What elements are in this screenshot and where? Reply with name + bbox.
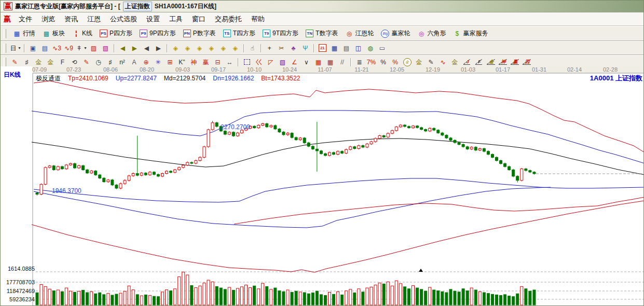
draw-tool-angle-gold[interactable]: 金: [485, 57, 497, 67]
draw-tool-select-box[interactable]: [241, 57, 253, 67]
period-day-dropdown-icon[interactable]: ▼: [18, 46, 21, 50]
tool-drag-hand[interactable]: ☝: [246, 43, 258, 53]
draw-tool-angle-a[interactable]: A: [128, 57, 140, 67]
draw-tool-grid-lines[interactable]: ♯: [21, 57, 33, 67]
tool-crosshair[interactable]: +: [264, 43, 276, 53]
tool-calendar[interactable]: 21: [317, 43, 328, 53]
price-volume-chart[interactable]: 07-0907-2308-0608-2009-0309-1710-1010-24…: [1, 66, 644, 306]
menu-item-9[interactable]: 帮助: [246, 13, 269, 25]
tool-print[interactable]: ▭: [376, 43, 388, 53]
toolbar-handle[interactable]: [4, 58, 6, 67]
tool-diamond-left[interactable]: ◈: [170, 43, 182, 53]
tool-window-layout[interactable]: ▣: [27, 43, 39, 53]
draw-tool-gold-circle[interactable]: 金: [401, 57, 413, 67]
tool-measure[interactable]: ✂: [276, 43, 287, 53]
draw-tool-grid-lines-2[interactable]: ♯: [104, 57, 116, 67]
tool-diamond-right[interactable]: ◈: [182, 43, 194, 53]
tool-diamond-shrink-h[interactable]: ◈: [205, 43, 217, 53]
tool-gann-tree[interactable]: ♣: [287, 43, 299, 53]
draw-tool-percent-7[interactable]: 7%: [365, 57, 377, 67]
tool-calculator[interactable]: ▦: [328, 43, 340, 53]
tool-wave-9[interactable]: ∿9: [63, 43, 75, 53]
toolbar-button-t-table[interactable]: TNT数字表: [303, 28, 341, 39]
draw-tool-k-quote[interactable]: K": [176, 57, 188, 67]
menu-item-2[interactable]: 资讯: [60, 13, 83, 25]
toolbar-handle[interactable]: [4, 29, 6, 38]
draw-tool-percent[interactable]: %: [377, 57, 389, 67]
draw-tool-gold-levels[interactable]: 金: [413, 57, 425, 67]
tool-chart-red[interactable]: ▨: [88, 43, 100, 53]
menu-item-1[interactable]: 浏览: [37, 13, 60, 25]
draw-tool-scale-ruler[interactable]: ≣: [353, 57, 365, 67]
draw-tool-gann-compass[interactable]: ⊕: [140, 57, 152, 67]
menu-item-4[interactable]: 公式选股: [105, 13, 142, 25]
toolbar-button-gann-wheel[interactable]: ◎江恩轮: [342, 28, 377, 39]
draw-tool-angle-f[interactable]: F: [473, 57, 485, 67]
draw-tool-pen-black[interactable]: ✎: [425, 57, 437, 67]
draw-tool-gold-pen-1[interactable]: 金: [33, 57, 45, 67]
draw-tool-gann-grid[interactable]: ⊞: [164, 57, 176, 67]
draw-tool-width-measure[interactable]: ↔: [224, 57, 236, 67]
tool-diamond-shrink-v[interactable]: ◈: [217, 43, 229, 53]
tool-diamond-expand-h[interactable]: ◈: [194, 43, 205, 53]
toolbar-button-winner-wheel[interactable]: Big赢家轮: [378, 28, 413, 39]
draw-tool-spiral[interactable]: ⟲: [68, 57, 80, 67]
toolbar-button-t-square[interactable]: TST四方形: [220, 28, 258, 39]
tool-diamond-expand-v[interactable]: ◈: [229, 43, 241, 53]
draw-tool-grid-shade[interactable]: ▧: [277, 57, 289, 67]
draw-tool-star-tool[interactable]: ✳: [152, 57, 164, 67]
draw-tool-angle-si[interactable]: 四: [520, 57, 532, 67]
draw-tool-ying-tool[interactable]: 赢: [200, 57, 212, 67]
tool-network[interactable]: ◍: [364, 43, 376, 53]
toolbar-button-quotes[interactable]: ▦行情: [10, 28, 38, 39]
draw-tool-gold-under[interactable]: 金: [449, 57, 461, 67]
tool-nav-next[interactable]: ▶: [153, 43, 165, 53]
draw-tool-wave-v[interactable]: ∨: [300, 57, 312, 67]
tool-web-tool[interactable]: Ψ: [299, 43, 311, 53]
draw-tool-parallel-lines[interactable]: //: [336, 57, 348, 67]
tool-cycle-tool[interactable]: ǂ▼: [75, 43, 88, 53]
draw-tool-angle-line[interactable]: ∠: [289, 57, 300, 67]
tool-period-day[interactable]: 日▼: [9, 43, 22, 53]
tool-chart-color[interactable]: ▧: [100, 43, 112, 53]
menu-item-5[interactable]: 设置: [142, 13, 165, 25]
tool-nav-prev[interactable]: ◀: [141, 43, 153, 53]
draw-tool-angle-j[interactable]: J: [461, 57, 473, 67]
tool-notes[interactable]: ▤: [340, 43, 352, 53]
tool-wave-3[interactable]: ∿3: [51, 43, 63, 53]
draw-tool-pen-red-2[interactable]: ✎: [80, 57, 92, 67]
draw-tool-n-square[interactable]: n²: [116, 57, 128, 67]
draw-tool-fan-red[interactable]: 巜: [253, 57, 265, 67]
menu-item-7[interactable]: 窗口: [187, 13, 210, 25]
menu-item-3[interactable]: 江恩: [83, 13, 105, 25]
draw-tool-angle-shen[interactable]: 神: [497, 57, 509, 67]
draw-tool-angle-ying[interactable]: 赢: [509, 57, 520, 67]
tool-save[interactable]: ◫: [352, 43, 364, 53]
draw-tool-price-grid[interactable]: ⊟: [212, 57, 224, 67]
draw-tool-fan-corner[interactable]: ◸: [265, 57, 277, 67]
toolbar-button-winner-service[interactable]: $赢家服务: [450, 28, 491, 39]
draw-tool-grid-dark[interactable]: ▦: [324, 57, 336, 67]
draw-tool-shen-tool[interactable]: 神: [188, 57, 200, 67]
draw-tool-time-clock[interactable]: ◷: [92, 57, 104, 67]
toolbar-handle[interactable]: [4, 44, 6, 53]
cycle-tool-dropdown-icon[interactable]: ▼: [84, 46, 87, 50]
menu-item-0[interactable]: 文件: [14, 13, 37, 25]
menu-item-8[interactable]: 交易委托: [210, 13, 246, 25]
tool-nav-last[interactable]: ▶: [129, 43, 141, 53]
menu-item-6[interactable]: 工具: [165, 13, 187, 25]
draw-tool-pen-red[interactable]: ✎: [9, 57, 21, 67]
draw-tool-fib-f[interactable]: F: [57, 57, 68, 67]
toolbar-button-sectors[interactable]: ▩板块: [39, 28, 68, 39]
toolbar-button-p9-square[interactable]: P99P四方形: [136, 28, 179, 39]
toolbar-button-t9-square[interactable]: T99T四方形: [259, 28, 302, 39]
toolbar-button-p-square[interactable]: PSP四方形: [97, 28, 135, 39]
tool-nav-first[interactable]: ◀: [117, 43, 129, 53]
draw-tool-grid-red[interactable]: ▦: [312, 57, 324, 67]
toolbar-button-p-table[interactable]: PNP数字表: [180, 28, 219, 39]
tool-info-doc[interactable]: ▤: [39, 43, 51, 53]
draw-tool-percent-line[interactable]: %: [389, 57, 401, 67]
toolbar-button-kline[interactable]: ╏K线: [69, 28, 95, 39]
toolbar-button-hexagon[interactable]: ◎六角形: [414, 28, 449, 39]
draw-tool-gold-pen-2[interactable]: 金: [45, 57, 57, 67]
